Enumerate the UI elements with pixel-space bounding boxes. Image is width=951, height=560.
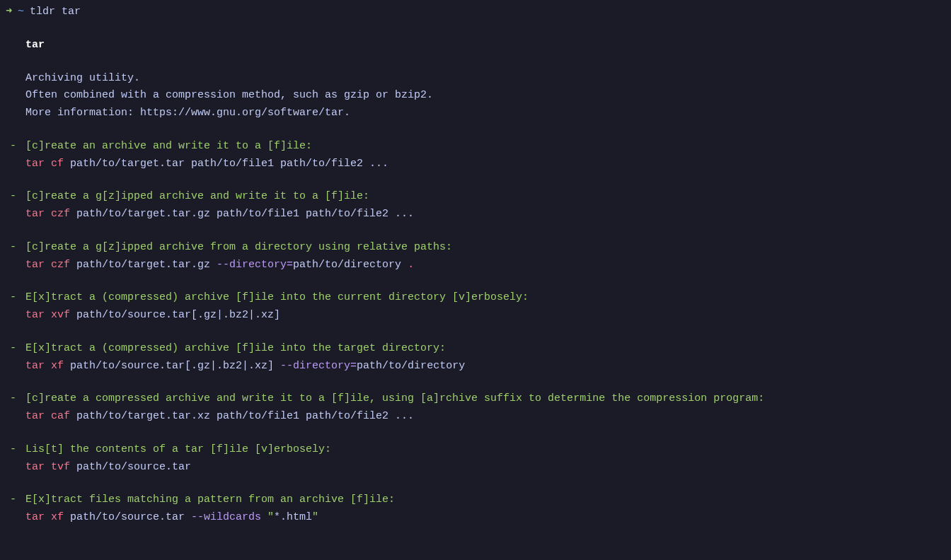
example-command: tar cf path/to/target.tar path/to/file1 … bbox=[25, 156, 945, 173]
example-item: - E[x]tract a (compressed) archive [f]il… bbox=[25, 289, 945, 325]
cmd-part-quote: " bbox=[267, 511, 274, 523]
example-description: - E[x]tract a (compressed) archive [f]il… bbox=[25, 289, 945, 307]
example-description: - [c]reate a g[z]ipped archive from a di… bbox=[25, 239, 945, 257]
example-description: - E[x]tract a (compressed) archive [f]il… bbox=[25, 340, 945, 358]
cmd-part-arg: path/to/directory bbox=[357, 360, 465, 372]
cmd-part-keyword: tar xvf bbox=[25, 309, 70, 321]
tldr-output: tar Archiving utility.Often combined wit… bbox=[6, 37, 945, 527]
cmd-part-keyword: tar caf bbox=[25, 410, 70, 422]
cmd-part-option: --directory= bbox=[280, 360, 357, 372]
dash-icon: - bbox=[10, 441, 25, 459]
cmd-part-keyword: tar tvf bbox=[25, 461, 70, 473]
description-line: More information: https://www.gnu.org/so… bbox=[25, 105, 945, 122]
example-command: tar tvf path/to/source.tar bbox=[25, 459, 945, 477]
cmd-part-arg: path/to/source.tar bbox=[64, 511, 191, 523]
cmd-part-quote: " bbox=[312, 511, 318, 523]
description-line: Archiving utility. bbox=[25, 70, 945, 88]
example-command: tar xvf path/to/source.tar[.gz|.bz2|.xz] bbox=[25, 307, 945, 325]
description-line: Often combined with a compression method… bbox=[25, 87, 945, 105]
cmd-part-keyword: . bbox=[408, 259, 414, 271]
example-command: tar xf path/to/source.tar --wildcards "*… bbox=[25, 509, 945, 527]
example-command: tar xf path/to/source.tar[.gz|.bz2|.xz] … bbox=[25, 358, 945, 375]
cmd-part-arg: path/to/target.tar.gz path/to/file1 path… bbox=[70, 208, 414, 220]
dash-icon: - bbox=[10, 289, 25, 307]
prompt-command: tldr tar bbox=[30, 4, 81, 21]
example-item: - E[x]tract files matching a pattern fro… bbox=[25, 491, 945, 527]
example-item: - [c]reate a compressed archive and writ… bbox=[25, 390, 945, 426]
example-item: - [c]reate a g[z]ipped archive and write… bbox=[25, 188, 945, 223]
example-description-text: [c]reate a g[z]ipped archive from a dire… bbox=[25, 241, 452, 253]
example-description-text: [c]reate a compressed archive and write … bbox=[25, 392, 764, 404]
example-description-text: E[x]tract files matching a pattern from … bbox=[25, 494, 395, 506]
cmd-part-arg: path/to/source.tar bbox=[70, 461, 191, 473]
cmd-part-arg: path/to/target.tar.gz bbox=[70, 259, 217, 271]
example-description: - [c]reate an archive and write it to a … bbox=[25, 138, 945, 156]
example-description: - E[x]tract files matching a pattern fro… bbox=[25, 491, 945, 509]
prompt-arrow-icon: ➜ bbox=[6, 4, 12, 21]
example-command: tar czf path/to/target.tar.gz path/to/fi… bbox=[25, 206, 945, 223]
example-item: - [c]reate an archive and write it to a … bbox=[25, 138, 945, 173]
prompt-cwd: ~ bbox=[18, 4, 24, 21]
cmd-part-keyword: tar xf bbox=[25, 511, 64, 523]
example-description: - [c]reate a g[z]ipped archive and write… bbox=[25, 188, 945, 206]
cmd-part-option: --directory= bbox=[217, 259, 293, 271]
example-command: tar caf path/to/target.tar.xz path/to/fi… bbox=[25, 408, 945, 426]
cmd-part-arg: path/to/source.tar[.gz|.bz2|.xz] bbox=[70, 309, 280, 321]
example-item: - Lis[t] the contents of a tar [f]ile [v… bbox=[25, 441, 945, 477]
cmd-part-glob: *.html bbox=[274, 511, 312, 523]
example-description-text: Lis[t] the contents of a tar [f]ile [v]e… bbox=[25, 443, 331, 455]
dash-icon: - bbox=[10, 390, 25, 408]
page-description: Archiving utility.Often combined with a … bbox=[25, 70, 945, 122]
example-description: - Lis[t] the contents of a tar [f]ile [v… bbox=[25, 441, 945, 459]
example-command: tar czf path/to/target.tar.gz --director… bbox=[25, 257, 945, 274]
dash-icon: - bbox=[10, 340, 25, 358]
cmd-part-arg: path/to/source.tar[.gz|.bz2|.xz] bbox=[64, 360, 280, 372]
example-item: - E[x]tract a (compressed) archive [f]il… bbox=[25, 340, 945, 375]
cmd-part-arg: path/to/directory bbox=[293, 259, 408, 271]
cmd-part-arg: path/to/target.tar path/to/file1 path/to… bbox=[64, 158, 388, 170]
prompt-line[interactable]: ➜ ~ tldr tar bbox=[6, 4, 945, 21]
cmd-part-option: --wildcards bbox=[191, 511, 267, 523]
cmd-part-keyword: tar czf bbox=[25, 208, 70, 220]
dash-icon: - bbox=[10, 239, 25, 257]
dash-icon: - bbox=[10, 188, 25, 206]
example-description-text: [c]reate a g[z]ipped archive and write i… bbox=[25, 190, 369, 202]
cmd-part-keyword: tar cf bbox=[25, 158, 64, 170]
example-description: - [c]reate a compressed archive and writ… bbox=[25, 390, 945, 408]
dash-icon: - bbox=[10, 138, 25, 156]
page-title: tar bbox=[25, 37, 945, 54]
examples-list: - [c]reate an archive and write it to a … bbox=[25, 138, 945, 527]
example-item: - [c]reate a g[z]ipped archive from a di… bbox=[25, 239, 945, 274]
cmd-part-arg: path/to/target.tar.xz path/to/file1 path… bbox=[70, 410, 414, 422]
example-description-text: [c]reate an archive and write it to a [f… bbox=[25, 140, 312, 152]
example-description-text: E[x]tract a (compressed) archive [f]ile … bbox=[25, 291, 529, 303]
dash-icon: - bbox=[10, 491, 25, 509]
example-description-text: E[x]tract a (compressed) archive [f]ile … bbox=[25, 342, 446, 354]
cmd-part-keyword: tar xf bbox=[25, 360, 64, 372]
cmd-part-keyword: tar czf bbox=[25, 259, 70, 271]
